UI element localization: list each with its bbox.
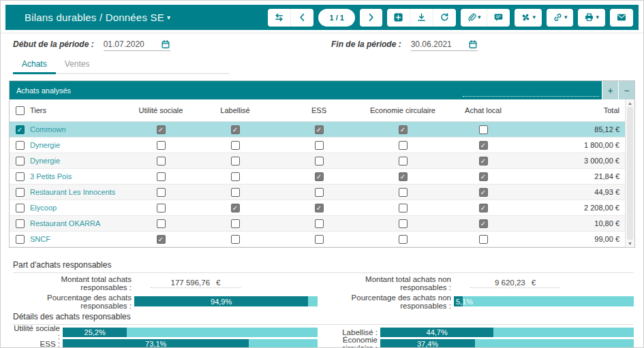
amount-responsable-value[interactable]: 177 596,76€ [151,279,241,288]
summary-title: Part d'achats responsables [13,260,643,270]
table-row[interactable]: SNCF✓99,00 € [10,232,625,247]
scroll-down-icon[interactable]: ▼ [628,241,632,246]
criteria-checkbox[interactable] [315,141,324,150]
criteria-checkbox[interactable]: ✓ [399,172,408,181]
period-filters: Début de la période : 01.07.2020 Fin de … [1,33,643,54]
criteria-checkbox[interactable] [157,188,166,197]
criteria-checkbox[interactable]: ✓ [479,141,488,150]
row-select-checkbox[interactable] [16,172,25,181]
paperclip-icon [467,12,476,22]
chevron-down-icon: ▾ [478,14,481,20]
tiers-link[interactable]: 3 Petits Pois [30,172,127,180]
detail-bar-row: Économie circulaire :37,4% [318,339,634,348]
criteria-checkbox[interactable] [231,157,240,165]
link-button[interactable]: ▾ [547,9,574,27]
table-row[interactable]: Dynergie✓1 800,00 € [10,138,625,153]
table-row[interactable]: Dynergie✓3 000,00 € [10,153,625,169]
mail-button[interactable] [610,9,633,27]
row-select-checkbox[interactable] [16,235,25,244]
criteria-checkbox[interactable] [231,219,240,228]
criteria-checkbox[interactable] [315,188,324,197]
criteria-checkbox[interactable] [399,157,408,165]
table-scrollbar[interactable]: ▲ ▼ [625,99,634,247]
add-row-button[interactable]: + [602,81,618,99]
table-row[interactable]: 3 Petits Pois✓✓✓21,84 € [10,169,625,185]
table-row[interactable]: Elycoop✓✓✓2 208,00 € [10,200,625,216]
criteria-checkbox[interactable]: ✓ [157,125,166,134]
criteria-checkbox[interactable]: ✓ [315,172,324,181]
period-end-input[interactable]: 30.06.2021 [411,39,478,51]
criteria-checkbox[interactable] [479,235,488,244]
criteria-checkbox[interactable]: ✓ [231,125,240,134]
criteria-checkbox[interactable] [157,172,166,181]
period-end-value: 30.06.2021 [411,39,452,49]
add-button[interactable] [387,9,410,27]
criteria-checkbox[interactable] [315,235,324,244]
criteria-checkbox[interactable] [157,157,166,165]
criteria-checkbox[interactable]: ✓ [157,235,166,244]
criteria-checkbox[interactable] [157,141,166,150]
refresh-button[interactable] [433,9,456,27]
criteria-checkbox[interactable] [231,235,240,244]
page-title[interactable]: Bilans durables / Données SE ▾ [25,12,170,23]
row-select-checkbox[interactable]: ✓ [16,125,25,134]
criteria-checkbox[interactable]: ✓ [479,188,488,197]
criteria-checkbox[interactable] [479,125,488,134]
criteria-checkbox[interactable]: ✓ [479,157,488,165]
criteria-checkbox[interactable]: ✓ [479,172,488,181]
criteria-checkbox[interactable]: ✓ [231,204,240,212]
criteria-checkbox[interactable]: ✓ [399,125,408,134]
select-all-checkbox[interactable] [16,106,25,115]
criteria-checkbox[interactable] [399,141,408,150]
tiers-link[interactable]: Commown [30,125,127,133]
scrollbar-thumb[interactable] [627,107,633,240]
fan-actions-button[interactable]: ▾ [515,9,542,27]
tab-strip: Achats Ventes [13,57,230,74]
table-row[interactable]: Restaurant OKARRA✓10,80 € [10,216,625,232]
criteria-checkbox[interactable] [315,157,324,165]
attachment-button[interactable]: ▾ [461,9,487,27]
scroll-up-icon[interactable]: ▲ [628,101,632,106]
tiers-link[interactable]: Dynergie [30,157,127,165]
tiers-link[interactable]: Dynergie [30,141,127,149]
criteria-checkbox[interactable] [399,204,408,212]
criteria-checkbox[interactable] [399,219,408,228]
period-start-input[interactable]: 01.07.2020 [104,39,170,51]
criteria-checkbox[interactable] [231,188,240,197]
tiers-link[interactable]: Restaurant OKARRA [30,219,127,227]
print-button[interactable]: ▾ [578,9,605,27]
previous-page-button[interactable] [290,9,313,27]
criteria-checkbox[interactable] [157,204,166,212]
swap-button[interactable] [268,9,290,27]
tiers-link[interactable]: Elycoop [30,204,127,212]
criteria-checkbox[interactable] [231,172,240,181]
download-button[interactable] [410,9,433,27]
row-select-checkbox[interactable] [16,141,25,150]
tiers-link[interactable]: SNCF [30,235,127,243]
row-select-checkbox[interactable] [16,157,25,165]
table-row[interactable]: ✓Commown✓✓✓✓85,12 € [10,122,625,138]
tab-ventes[interactable]: Ventes [56,57,99,73]
criteria-checkbox[interactable] [399,235,408,244]
row-select-checkbox[interactable] [16,219,25,228]
nav-group [268,9,313,27]
amount-non-responsable-value[interactable]: 9 620,23€ [470,279,560,288]
criteria-checkbox[interactable] [231,141,240,150]
period-start-label: Début de la période : [13,39,94,51]
criteria-checkbox[interactable] [399,188,408,197]
row-select-checkbox[interactable] [16,188,25,197]
tiers-link[interactable]: Restaurant Les Innocents [30,188,127,196]
total-value: 10,80 € [523,219,625,227]
comment-button[interactable] [487,9,510,27]
criteria-checkbox[interactable]: ✓ [315,204,324,212]
row-select-checkbox[interactable] [16,204,25,212]
criteria-checkbox[interactable]: ✓ [479,219,488,228]
criteria-checkbox[interactable]: ✓ [479,204,488,212]
tab-achats[interactable]: Achats [13,57,56,74]
criteria-checkbox[interactable] [157,219,166,228]
criteria-checkbox[interactable] [315,219,324,228]
criteria-checkbox[interactable]: ✓ [315,125,324,134]
remove-row-button[interactable]: − [618,81,634,99]
table-row[interactable]: Restaurant Les Innocents✓44,93 € [10,185,625,200]
next-page-button[interactable] [360,9,382,27]
